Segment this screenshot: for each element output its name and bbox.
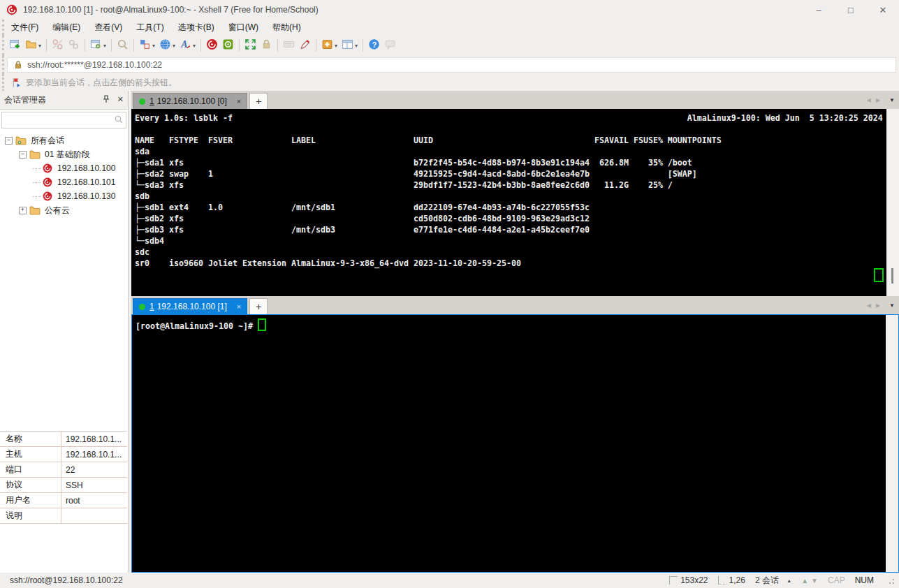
tab-scroll-right-icon[interactable]: ▶ bbox=[876, 302, 880, 309]
new-session-button[interactable] bbox=[7, 37, 23, 54]
chevron-down-icon[interactable]: ▾ bbox=[193, 43, 196, 49]
terminal1-content[interactable]: Every 1.0s: lsblk -f AlmaLinux9-100: Wed… bbox=[131, 109, 899, 296]
fullscreen-icon bbox=[244, 38, 256, 52]
help-button[interactable]: ? bbox=[366, 37, 382, 54]
terminal1-screen[interactable]: Every 1.0s: lsblk -f AlmaLinux9-100: Wed… bbox=[131, 109, 886, 296]
menu-window[interactable]: 窗口(W) bbox=[221, 22, 265, 34]
scrollbar-thumb[interactable] bbox=[891, 268, 893, 284]
resize-grip[interactable] bbox=[886, 576, 895, 585]
expand-icon[interactable]: + bbox=[19, 207, 27, 214]
folder-icon bbox=[29, 149, 41, 159]
new-tab-button[interactable]: + bbox=[249, 298, 268, 314]
message-bubble-icon bbox=[384, 38, 396, 52]
property-label: 端口 bbox=[0, 462, 61, 477]
property-row-port: 端口 22 bbox=[0, 462, 127, 478]
close-button[interactable]: ✕ bbox=[867, 0, 899, 20]
terminal-pane-1: 1 192.168.10.100 [0] × + ◀ ▶ ▼ Every 1.0… bbox=[131, 91, 899, 296]
session-icon bbox=[43, 191, 52, 201]
menu-tools[interactable]: 工具(T) bbox=[129, 22, 170, 34]
session-search-box[interactable] bbox=[1, 112, 126, 128]
terminal2-scrollbar[interactable] bbox=[886, 315, 898, 572]
terminal2-tab[interactable]: 1 192.168.10.100 [1] × bbox=[133, 298, 247, 314]
property-value: root bbox=[61, 493, 127, 508]
chevron-down-icon[interactable]: ▾ bbox=[152, 43, 155, 49]
tree-item-session-100[interactable]: 192.168.10.100 bbox=[0, 161, 128, 175]
tab-menu-icon[interactable]: ▼ bbox=[889, 97, 895, 103]
open-session-button[interactable]: ▾ bbox=[23, 37, 43, 54]
tree-item-folder-cloud[interactable]: + 公有云 bbox=[0, 203, 128, 217]
tab-number: 1 bbox=[149, 96, 154, 106]
find-button[interactable] bbox=[115, 37, 131, 54]
virtual-keyboard-button bbox=[281, 37, 297, 54]
font-button[interactable]: A▾ bbox=[177, 37, 198, 54]
tab-number: 1 bbox=[149, 302, 154, 311]
tree-item-label: 192.168.10.100 bbox=[57, 163, 115, 173]
tree-item-session-130[interactable]: 192.168.10.130 bbox=[0, 189, 128, 203]
tree-item-session-101[interactable]: 192.168.10.101 bbox=[0, 175, 128, 189]
property-row-host: 主机 192.168.10.1... bbox=[0, 447, 127, 462]
panel-close-icon[interactable]: ✕ bbox=[117, 95, 124, 105]
collapse-icon[interactable]: − bbox=[5, 137, 13, 145]
new-tab-button[interactable]: + bbox=[249, 93, 268, 109]
collapse-icon[interactable]: − bbox=[19, 151, 27, 159]
property-label: 主机 bbox=[0, 447, 61, 462]
chevron-down-icon[interactable]: ▾ bbox=[355, 43, 358, 49]
globe-icon bbox=[159, 38, 171, 52]
property-label: 协议 bbox=[0, 478, 61, 492]
disconnect-button bbox=[50, 37, 66, 54]
address-field[interactable]: ssh://root:******@192.168.10.100:22 bbox=[7, 57, 896, 73]
xshell-icon bbox=[206, 38, 218, 52]
layout-button[interactable]: ▾ bbox=[339, 37, 360, 54]
address-value: ssh://root:******@192.168.10.100:22 bbox=[27, 60, 162, 70]
expand-up-icon: ▲ bbox=[787, 578, 791, 583]
terminal1-scrollbar[interactable] bbox=[886, 109, 899, 296]
chevron-down-icon[interactable]: ▾ bbox=[103, 43, 106, 49]
scroll-down-icon[interactable]: ▼ bbox=[811, 577, 818, 585]
cursor-position-icon bbox=[718, 576, 726, 585]
menu-help[interactable]: 帮助(H) bbox=[265, 22, 308, 34]
fullscreen-button[interactable] bbox=[242, 37, 258, 54]
session-properties-button[interactable]: ▾ bbox=[88, 37, 108, 54]
terminal2-content[interactable]: [root@AlmaLinux9-100 ~]# bbox=[131, 314, 899, 573]
search-input[interactable] bbox=[2, 112, 126, 128]
chevron-down-icon[interactable]: ▾ bbox=[173, 43, 175, 49]
pin-icon[interactable] bbox=[102, 95, 110, 105]
xshell-button[interactable] bbox=[204, 37, 220, 54]
menu-file[interactable]: 文件(F) bbox=[4, 22, 45, 34]
property-value: 22 bbox=[61, 462, 127, 477]
tab-close-icon[interactable]: × bbox=[237, 97, 241, 105]
title-bar: 192.168.10.100 [1] - root@AlmaLinux9-100… bbox=[0, 0, 899, 20]
highlight-button[interactable] bbox=[297, 37, 313, 54]
xftp-button[interactable] bbox=[220, 37, 236, 54]
session-count-button[interactable]: 2 会话 ▲ bbox=[755, 575, 791, 587]
tree-item-all-sessions[interactable]: − 所有会话 bbox=[0, 133, 128, 147]
property-label: 用户名 bbox=[0, 493, 61, 508]
tab-scroll-left-icon[interactable]: ◀ bbox=[867, 302, 871, 309]
menu-tab[interactable]: 选项卡(B) bbox=[171, 22, 221, 34]
tree-item-folder-base[interactable]: − 01 基础阶段 bbox=[0, 147, 128, 161]
web-button[interactable]: ▾ bbox=[157, 37, 177, 54]
new-tab-button-toolbar[interactable]: ▾ bbox=[319, 37, 339, 54]
search-icon bbox=[114, 115, 124, 124]
property-value bbox=[61, 508, 127, 523]
maximize-button[interactable]: □ bbox=[835, 0, 867, 20]
connected-status-icon bbox=[139, 304, 145, 310]
terminal1-tab[interactable]: 1 192.168.10.100 [0] × bbox=[133, 93, 247, 109]
minimize-button[interactable]: – bbox=[803, 0, 835, 20]
help-icon: ? bbox=[368, 38, 380, 52]
compose-button[interactable]: ▾ bbox=[137, 37, 157, 54]
property-label: 名称 bbox=[0, 432, 61, 446]
terminal2-screen[interactable]: [root@AlmaLinux9-100 ~]# bbox=[132, 315, 886, 572]
chevron-down-icon[interactable]: ▾ bbox=[335, 43, 337, 49]
tree-item-label: 192.168.10.101 bbox=[57, 177, 115, 187]
tab-menu-icon[interactable]: ▼ bbox=[889, 302, 895, 309]
menu-edit[interactable]: 编辑(E) bbox=[45, 22, 87, 34]
highlight-pen-icon bbox=[299, 38, 311, 52]
tab-scroll-left-icon[interactable]: ◀ bbox=[867, 97, 871, 103]
chevron-down-icon[interactable]: ▾ bbox=[38, 43, 41, 49]
property-value: SSH bbox=[61, 478, 127, 492]
tab-scroll-right-icon[interactable]: ▶ bbox=[876, 97, 880, 103]
menu-view[interactable]: 查看(V) bbox=[87, 22, 129, 34]
scroll-up-icon[interactable]: ▲ bbox=[801, 577, 808, 585]
tab-close-icon[interactable]: × bbox=[237, 302, 241, 311]
